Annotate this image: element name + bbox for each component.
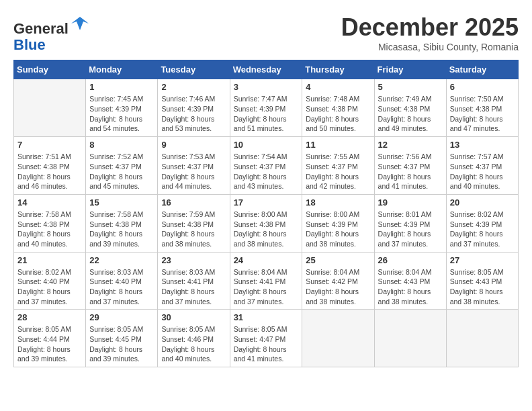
calendar-cell: 31Sunrise: 8:05 AMSunset: 4:47 PMDayligh… — [230, 310, 302, 367]
calendar-cell: 2Sunrise: 7:46 AMSunset: 4:39 PMDaylight… — [158, 79, 230, 137]
day-info: Sunrise: 8:05 AMSunset: 4:47 PMDaylight:… — [234, 324, 299, 364]
calendar-cell: 11Sunrise: 7:55 AMSunset: 4:37 PMDayligh… — [302, 137, 374, 195]
weekday-header-monday: Monday — [86, 60, 158, 79]
day-info: Sunrise: 8:05 AMSunset: 4:44 PMDaylight:… — [17, 324, 82, 364]
day-info: Sunrise: 8:04 AMSunset: 4:43 PMDaylight:… — [378, 267, 443, 307]
calendar-cell — [446, 310, 518, 367]
day-number: 12 — [378, 140, 443, 150]
month-title: December 2025 — [341, 13, 519, 42]
day-number: 15 — [89, 197, 154, 208]
day-number: 7 — [17, 140, 82, 150]
calendar-cell — [302, 310, 374, 367]
calendar-cell: 30Sunrise: 8:05 AMSunset: 4:46 PMDayligh… — [158, 310, 230, 367]
day-number: 22 — [89, 255, 154, 265]
day-number: 6 — [450, 82, 515, 92]
weekday-header-tuesday: Tuesday — [158, 60, 230, 79]
calendar-cell: 4Sunrise: 7:48 AMSunset: 4:38 PMDaylight… — [302, 79, 374, 137]
calendar-cell: 28Sunrise: 8:05 AMSunset: 4:44 PMDayligh… — [14, 310, 86, 367]
week-row-5: 28Sunrise: 8:05 AMSunset: 4:44 PMDayligh… — [14, 310, 519, 367]
calendar-cell: 7Sunrise: 7:51 AMSunset: 4:38 PMDaylight… — [14, 137, 86, 195]
calendar-cell: 1Sunrise: 7:45 AMSunset: 4:39 PMDaylight… — [86, 79, 158, 137]
weekday-header-sunday: Sunday — [14, 60, 86, 79]
day-info: Sunrise: 7:50 AMSunset: 4:38 PMDaylight:… — [450, 94, 515, 134]
day-number: 27 — [450, 255, 515, 265]
logo-text: General Blue — [13, 13, 90, 53]
calendar-cell: 22Sunrise: 8:03 AMSunset: 4:40 PMDayligh… — [86, 252, 158, 310]
calendar-table: SundayMondayTuesdayWednesdayThursdayFrid… — [13, 60, 519, 367]
header: General Blue December 2025 Micasasa, Sib… — [13, 13, 519, 53]
day-number: 13 — [450, 140, 515, 150]
day-number: 23 — [161, 255, 226, 265]
day-number: 26 — [378, 255, 443, 265]
day-info: Sunrise: 8:02 AMSunset: 4:40 PMDaylight:… — [17, 267, 82, 307]
calendar-cell: 8Sunrise: 7:52 AMSunset: 4:37 PMDaylight… — [86, 137, 158, 195]
week-row-1: 1Sunrise: 7:45 AMSunset: 4:39 PMDaylight… — [14, 79, 519, 137]
logo: General Blue — [13, 13, 90, 53]
logo-blue: Blue — [13, 36, 46, 53]
day-number: 20 — [450, 197, 515, 208]
weekday-header-row: SundayMondayTuesdayWednesdayThursdayFrid… — [14, 60, 519, 79]
calendar-cell: 9Sunrise: 7:53 AMSunset: 4:37 PMDaylight… — [158, 137, 230, 195]
day-info: Sunrise: 8:05 AMSunset: 4:46 PMDaylight:… — [161, 324, 226, 364]
day-number: 30 — [161, 312, 226, 322]
day-info: Sunrise: 7:46 AMSunset: 4:39 PMDaylight:… — [161, 94, 226, 134]
location: Micasasa, Sibiu County, Romania — [341, 42, 519, 52]
day-number: 14 — [17, 197, 82, 208]
day-number: 31 — [234, 312, 299, 322]
calendar-cell: 5Sunrise: 7:49 AMSunset: 4:38 PMDaylight… — [374, 79, 446, 137]
day-info: Sunrise: 7:58 AMSunset: 4:38 PMDaylight:… — [89, 210, 154, 249]
day-info: Sunrise: 8:05 AMSunset: 4:45 PMDaylight:… — [89, 324, 154, 364]
day-number: 11 — [306, 140, 370, 150]
calendar-cell: 24Sunrise: 8:04 AMSunset: 4:41 PMDayligh… — [230, 252, 302, 310]
day-info: Sunrise: 8:00 AMSunset: 4:39 PMDaylight:… — [306, 210, 370, 249]
day-info: Sunrise: 8:05 AMSunset: 4:43 PMDaylight:… — [450, 267, 515, 307]
day-number: 10 — [234, 140, 299, 150]
day-number: 3 — [234, 82, 299, 92]
day-info: Sunrise: 7:53 AMSunset: 4:37 PMDaylight:… — [161, 152, 226, 191]
day-info: Sunrise: 7:56 AMSunset: 4:37 PMDaylight:… — [378, 152, 443, 191]
day-info: Sunrise: 7:45 AMSunset: 4:39 PMDaylight:… — [89, 94, 154, 134]
day-info: Sunrise: 7:58 AMSunset: 4:38 PMDaylight:… — [17, 210, 82, 249]
calendar-cell: 29Sunrise: 8:05 AMSunset: 4:45 PMDayligh… — [86, 310, 158, 367]
day-number: 28 — [17, 312, 82, 322]
logo-general: General — [13, 20, 69, 37]
day-info: Sunrise: 7:47 AMSunset: 4:39 PMDaylight:… — [234, 94, 299, 134]
week-row-4: 21Sunrise: 8:02 AMSunset: 4:40 PMDayligh… — [14, 252, 519, 310]
weekday-header-saturday: Saturday — [446, 60, 518, 79]
svg-marker-0 — [71, 17, 89, 30]
day-number: 19 — [378, 197, 443, 208]
calendar-cell: 16Sunrise: 7:59 AMSunset: 4:38 PMDayligh… — [158, 194, 230, 252]
day-info: Sunrise: 7:57 AMSunset: 4:37 PMDaylight:… — [450, 152, 515, 191]
calendar-cell: 13Sunrise: 7:57 AMSunset: 4:37 PMDayligh… — [446, 137, 518, 195]
day-info: Sunrise: 8:00 AMSunset: 4:38 PMDaylight:… — [234, 210, 299, 249]
calendar-cell: 17Sunrise: 8:00 AMSunset: 4:38 PMDayligh… — [230, 194, 302, 252]
week-row-2: 7Sunrise: 7:51 AMSunset: 4:38 PMDaylight… — [14, 137, 519, 195]
day-info: Sunrise: 8:02 AMSunset: 4:39 PMDaylight:… — [450, 210, 515, 249]
calendar-cell: 3Sunrise: 7:47 AMSunset: 4:39 PMDaylight… — [230, 79, 302, 137]
day-info: Sunrise: 7:54 AMSunset: 4:37 PMDaylight:… — [234, 152, 299, 191]
calendar-cell: 6Sunrise: 7:50 AMSunset: 4:38 PMDaylight… — [446, 79, 518, 137]
weekday-header-friday: Friday — [374, 60, 446, 79]
day-number: 4 — [306, 82, 370, 92]
day-number: 1 — [89, 82, 154, 92]
logo-bird-icon — [70, 13, 90, 34]
day-number: 25 — [306, 255, 370, 265]
day-number: 9 — [161, 140, 226, 150]
day-info: Sunrise: 7:49 AMSunset: 4:38 PMDaylight:… — [378, 94, 443, 134]
day-number: 29 — [89, 312, 154, 322]
calendar-cell: 10Sunrise: 7:54 AMSunset: 4:37 PMDayligh… — [230, 137, 302, 195]
day-number: 2 — [161, 82, 226, 92]
calendar-cell: 27Sunrise: 8:05 AMSunset: 4:43 PMDayligh… — [446, 252, 518, 310]
day-info: Sunrise: 8:03 AMSunset: 4:40 PMDaylight:… — [89, 267, 154, 307]
weekday-header-wednesday: Wednesday — [230, 60, 302, 79]
title-area: December 2025 Micasasa, Sibiu County, Ro… — [341, 13, 519, 52]
calendar-cell: 25Sunrise: 8:04 AMSunset: 4:42 PMDayligh… — [302, 252, 374, 310]
calendar-cell — [374, 310, 446, 367]
day-info: Sunrise: 7:51 AMSunset: 4:38 PMDaylight:… — [17, 152, 82, 191]
day-number: 17 — [234, 197, 299, 208]
day-info: Sunrise: 7:48 AMSunset: 4:38 PMDaylight:… — [306, 94, 370, 134]
day-number: 8 — [89, 140, 154, 150]
day-info: Sunrise: 7:59 AMSunset: 4:38 PMDaylight:… — [161, 210, 226, 249]
day-info: Sunrise: 8:01 AMSunset: 4:39 PMDaylight:… — [378, 210, 443, 249]
day-number: 5 — [378, 82, 443, 92]
